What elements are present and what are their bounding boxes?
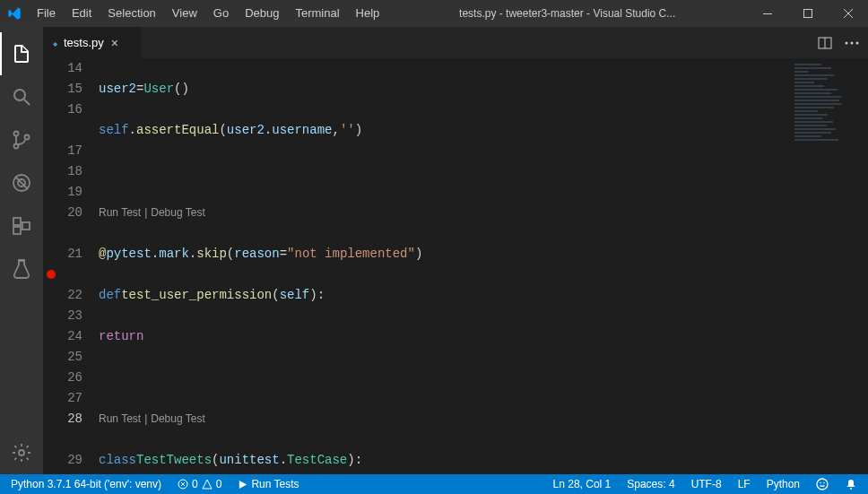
split-editor-icon[interactable] (818, 36, 832, 50)
activity-bar (0, 27, 43, 474)
minimize-button[interactable] (747, 0, 787, 27)
explorer-icon[interactable] (0, 32, 43, 75)
python-file-icon: ⬥ (52, 37, 58, 49)
settings-gear-icon[interactable] (0, 431, 43, 474)
breakpoint-marker[interactable] (47, 270, 56, 279)
status-notifications-icon[interactable] (841, 474, 861, 494)
window-title: tests.py - tweeter3-master - Visual Stud… (387, 7, 747, 20)
svg-rect-0 (763, 13, 772, 14)
svg-point-13 (846, 41, 848, 44)
svg-rect-8 (13, 218, 21, 225)
svg-rect-10 (22, 222, 30, 230)
codelens[interactable]: Run Test|Debug Test (99, 409, 787, 429)
codelens[interactable]: Run Test|Debug Test (99, 203, 787, 223)
tab-label: tests.py (64, 36, 104, 49)
search-icon[interactable] (0, 75, 43, 118)
extensions-icon[interactable] (0, 204, 43, 247)
svg-point-19 (823, 482, 825, 484)
tab-tests-py[interactable]: ⬥ tests.py × (43, 27, 142, 58)
menu-debug[interactable]: Debug (237, 0, 287, 27)
warning-icon (202, 479, 213, 490)
svg-rect-9 (13, 227, 21, 234)
status-bar: Python 3.7.1 64-bit ('env': venv) 0 0 Ru… (0, 474, 868, 494)
menu-edit[interactable]: Edit (64, 0, 100, 27)
code-editor[interactable]: user2=User() self.assertEqual(user2.user… (99, 58, 787, 474)
svg-point-4 (14, 144, 19, 149)
tab-bar: ⬥ tests.py × (43, 27, 868, 58)
error-icon (178, 479, 188, 490)
menubar: File Edit Selection View Go Debug Termin… (29, 0, 387, 27)
menu-file[interactable]: File (29, 0, 64, 27)
menu-view[interactable]: View (164, 0, 205, 27)
status-run-tests[interactable]: Run Tests (234, 474, 302, 494)
svg-point-18 (820, 482, 821, 484)
line-number-gutter: 14 15 16 17 18 19 20 21 22 23 24 25 26 2… (43, 58, 99, 474)
status-python-env[interactable]: Python 3.7.1 64-bit ('env': venv) (7, 474, 165, 494)
svg-point-2 (14, 90, 25, 100)
maximize-button[interactable] (787, 0, 828, 27)
window-controls (747, 0, 868, 27)
status-language[interactable]: Python (763, 474, 803, 494)
status-spaces[interactable]: Spaces: 4 (623, 474, 678, 494)
status-feedback-icon[interactable] (812, 474, 832, 494)
svg-point-17 (817, 479, 828, 490)
menu-help[interactable]: Help (348, 0, 388, 27)
test-icon[interactable] (0, 247, 43, 290)
svg-point-14 (851, 41, 854, 44)
run-icon (238, 480, 247, 490)
menu-go[interactable]: Go (205, 0, 237, 27)
source-control-icon[interactable] (0, 118, 43, 161)
svg-rect-1 (803, 10, 812, 18)
titlebar: File Edit Selection View Go Debug Termin… (0, 0, 868, 27)
status-problems[interactable]: 0 0 (174, 474, 225, 494)
menu-selection[interactable]: Selection (100, 0, 163, 27)
svg-point-3 (14, 132, 19, 136)
more-actions-icon[interactable] (845, 41, 859, 45)
status-eol[interactable]: LF (734, 474, 754, 494)
svg-point-20 (850, 488, 852, 490)
minimap[interactable] (787, 58, 868, 474)
svg-point-11 (19, 450, 24, 455)
tab-close-icon[interactable]: × (109, 34, 120, 52)
svg-point-5 (25, 135, 30, 140)
close-button[interactable] (828, 0, 868, 27)
debug-icon[interactable] (0, 161, 43, 204)
svg-point-15 (856, 41, 859, 44)
vscode-logo-icon (7, 6, 29, 21)
menu-terminal[interactable]: Terminal (287, 0, 347, 27)
status-encoding[interactable]: UTF-8 (688, 474, 725, 494)
status-ln-col[interactable]: Ln 28, Col 1 (550, 474, 615, 494)
